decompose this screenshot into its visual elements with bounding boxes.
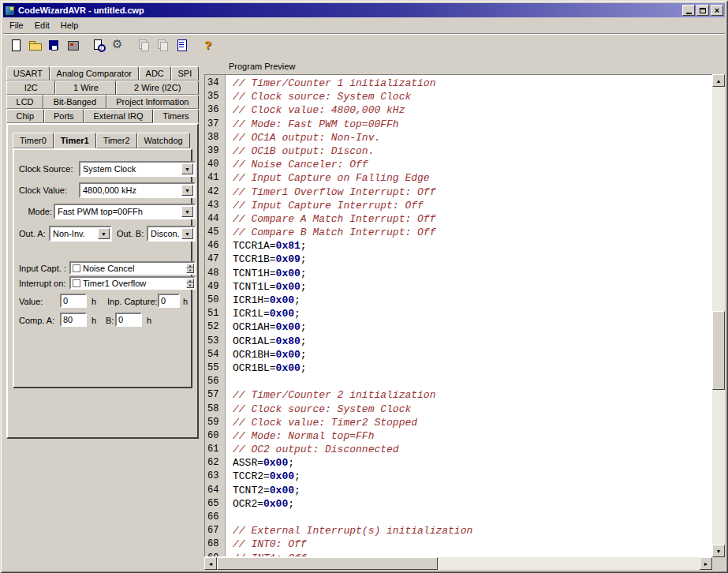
chevron-down-icon[interactable]: ▼ bbox=[181, 163, 193, 174]
close-button[interactable]: × bbox=[711, 5, 723, 16]
interrupt-on-field[interactable]: Timer1 Overflow ▲ ▼ bbox=[69, 276, 196, 290]
scroll-down-button[interactable]: ▼ bbox=[712, 545, 725, 557]
line-number: 50 bbox=[205, 294, 225, 307]
line-number: 53 bbox=[205, 335, 225, 348]
tab-timer0[interactable]: Timer0 bbox=[13, 133, 54, 148]
tab-ports[interactable]: Ports bbox=[44, 109, 84, 123]
line-number: 67 bbox=[205, 524, 225, 537]
scroll-right-button[interactable]: ► bbox=[700, 557, 712, 570]
tab-project-information[interactable]: Project Information bbox=[106, 95, 199, 109]
out-a-select[interactable]: Non-Inv. ▼ bbox=[49, 226, 112, 242]
chevron-down-icon[interactable]: ▼ bbox=[181, 185, 193, 196]
line-number: 57 bbox=[205, 388, 225, 402]
line-number: 36 bbox=[205, 103, 225, 117]
input-capture-field[interactable]: Noise Cancel ▲ ▼ bbox=[69, 261, 196, 275]
chevron-down-icon[interactable]: ▼ bbox=[181, 206, 193, 217]
program-preview-title: Program Preview bbox=[229, 62, 295, 71]
save-button[interactable] bbox=[44, 36, 63, 54]
tab-2-wire-i2c[interactable]: 2 Wire (I2C) bbox=[116, 81, 199, 95]
program-preview-editor[interactable]: 3435363738394041424344454647484950515253… bbox=[204, 74, 712, 557]
copy-button[interactable] bbox=[134, 36, 153, 54]
tab-chip[interactable]: Chip bbox=[6, 109, 44, 123]
mode-value: Fast PWM top=00FFh bbox=[55, 207, 181, 216]
inp-capture-input[interactable] bbox=[158, 294, 180, 308]
settings-gear-button[interactable] bbox=[108, 36, 127, 54]
tab-external-irq[interactable]: External IRQ bbox=[84, 109, 153, 123]
menu-item-help[interactable]: Help bbox=[55, 18, 84, 32]
line-number: 66 bbox=[205, 511, 225, 524]
line-number: 55 bbox=[205, 361, 225, 375]
tab-row-3: LCDBit-BangedProject Information bbox=[6, 95, 199, 109]
help-button[interactable] bbox=[198, 36, 217, 54]
menu-item-edit[interactable]: Edit bbox=[29, 18, 55, 32]
toolbar-separator bbox=[191, 36, 198, 54]
tab-timer2[interactable]: Timer2 bbox=[96, 133, 137, 148]
scroll-up-button[interactable]: ▲ bbox=[712, 74, 725, 87]
scroll-left-button[interactable]: ◄ bbox=[204, 557, 217, 570]
open-button[interactable] bbox=[25, 36, 44, 54]
line-number: 45 bbox=[205, 226, 225, 239]
window-title: CodeWizardAVR - untitled.cwp bbox=[18, 6, 682, 15]
mode-select[interactable]: Fast PWM top=00FFh ▼ bbox=[54, 204, 196, 219]
tab-timer1[interactable]: Timer1 bbox=[54, 133, 96, 148]
horizontal-scrollbar-thumb[interactable] bbox=[217, 557, 438, 570]
line-number: 41 bbox=[205, 171, 225, 185]
comp-a-label: Comp. A: bbox=[19, 316, 54, 325]
vertical-scrollbar-thumb[interactable] bbox=[712, 311, 725, 390]
line-number: 54 bbox=[205, 348, 225, 361]
code-line: ASSR=0x00; bbox=[226, 456, 711, 470]
line-number: 60 bbox=[205, 429, 225, 443]
line-number: 63 bbox=[205, 470, 225, 483]
noise-cancel-checkbox[interactable] bbox=[73, 264, 80, 272]
line-number: 61 bbox=[205, 443, 225, 456]
preview-button[interactable] bbox=[89, 36, 108, 54]
new-icon bbox=[9, 38, 23, 52]
comp-b-unit: h bbox=[147, 316, 151, 325]
tab-lcd[interactable]: LCD bbox=[6, 95, 43, 109]
maximize-button[interactable] bbox=[696, 5, 709, 16]
minimize-button[interactable] bbox=[682, 5, 695, 16]
code-line: TCCR1A=0x81; bbox=[226, 239, 711, 253]
code-area[interactable]: // Timer/Counter 1 initialization// Cloc… bbox=[226, 75, 711, 556]
code-line: // OC1A output: Non-Inv. bbox=[226, 131, 711, 144]
line-number: 43 bbox=[205, 199, 225, 212]
code-line: // INT0: Off bbox=[226, 537, 711, 551]
spin-down-icon[interactable]: ▼ bbox=[186, 268, 194, 273]
tab-bit-banged[interactable]: Bit-Banged bbox=[43, 95, 106, 109]
clock-value-select[interactable]: 4800,000 kHz ▼ bbox=[79, 182, 196, 198]
tab-1-wire[interactable]: 1 Wire bbox=[55, 81, 116, 95]
tab-timers[interactable]: Timers bbox=[153, 109, 199, 123]
tab-spi[interactable]: SPI bbox=[171, 66, 199, 81]
tab-analog-comparator[interactable]: Analog Comparator bbox=[50, 66, 139, 81]
code-line bbox=[226, 375, 711, 388]
tab-i2c[interactable]: I2C bbox=[6, 81, 55, 95]
vertical-scrollbar[interactable]: ▲ ▼ bbox=[712, 74, 725, 557]
menu-item-file[interactable]: File bbox=[4, 18, 29, 32]
line-number: 48 bbox=[205, 267, 225, 280]
tab-usart[interactable]: USART bbox=[6, 66, 50, 81]
toolbar bbox=[3, 33, 725, 55]
spin-down-icon[interactable]: ▼ bbox=[186, 283, 194, 288]
tab-watchdog[interactable]: Watchdog bbox=[137, 133, 190, 148]
new-button[interactable] bbox=[6, 36, 25, 54]
tab-adc[interactable]: ADC bbox=[139, 66, 171, 81]
line-number: 49 bbox=[205, 280, 225, 294]
clock-source-select[interactable]: System Clock ▼ bbox=[79, 161, 196, 177]
tab-row-4: ChipPortsExternal IRQTimers bbox=[6, 109, 199, 123]
notes-button[interactable] bbox=[172, 36, 191, 54]
out-b-value: Discon. bbox=[148, 229, 181, 238]
comp-a-unit: h bbox=[91, 316, 96, 325]
out-b-select[interactable]: Discon. ▼ bbox=[147, 226, 196, 242]
comp-a-input[interactable] bbox=[60, 313, 87, 327]
program-chip-button[interactable] bbox=[63, 36, 82, 54]
chevron-down-icon[interactable]: ▼ bbox=[98, 228, 110, 239]
code-line: // Mode: Fast PWM top=00FFh bbox=[226, 118, 711, 131]
chevron-down-icon[interactable]: ▼ bbox=[181, 228, 193, 239]
timer1-overflow-checkbox[interactable] bbox=[73, 279, 80, 287]
comp-b-input[interactable] bbox=[115, 313, 142, 327]
line-number: 44 bbox=[205, 212, 225, 226]
value-input[interactable] bbox=[60, 294, 87, 308]
horizontal-scrollbar[interactable]: ◄ ► bbox=[204, 557, 712, 570]
copy-alt-button[interactable] bbox=[153, 36, 172, 54]
line-number: 39 bbox=[205, 144, 225, 158]
